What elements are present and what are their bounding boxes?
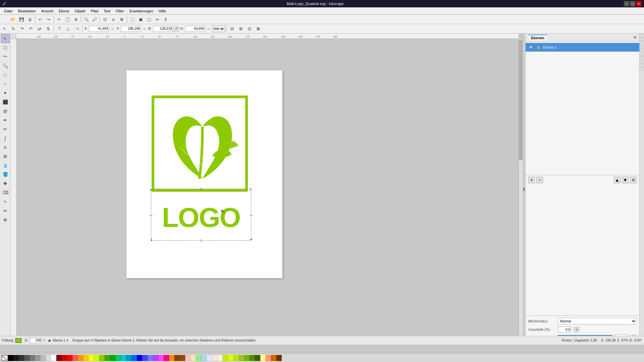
flip-h2-button[interactable]: ⇄ [36,25,44,33]
swatch-cyan2[interactable] [126,355,131,361]
zoom-in-button[interactable]: 🔍 [82,15,90,23]
snap-button-1[interactable]: ⊟ [228,25,236,33]
align-left-button[interactable]: ⬜ [128,15,136,23]
menu-pfad[interactable]: Pfad [88,8,101,14]
spray-tool[interactable]: ✤ [1,179,10,188]
save-button[interactable]: 💾 [17,15,25,23]
add-layer-button[interactable]: + [528,177,535,183]
pen-tool[interactable]: ✒ [1,116,10,124]
measure-tool[interactable]: ⇔ [1,206,10,215]
swatch-red1[interactable] [62,355,67,361]
swatch-olive-green[interactable] [239,355,244,361]
swatch-gray1[interactable] [24,355,30,361]
menu-ebene[interactable]: Ebene [56,8,72,14]
swatch-green2[interactable] [105,355,110,361]
swatch-yellow-green2[interactable] [233,355,239,361]
swatch-forest-green[interactable] [250,355,255,361]
transform-button[interactable]: ↻ [9,25,17,33]
select-all-button[interactable]: ⊡ [101,15,109,23]
swatch-darkgray2[interactable] [19,355,24,361]
snapper-btn-4[interactable]: ⋮ [640,56,644,63]
select-tool[interactable]: ↖ [1,34,10,43]
snapper-btn-2[interactable]: ⋮ [640,42,644,48]
text-tool[interactable]: A [1,143,10,152]
ellipse-tool[interactable]: ○ [1,79,10,88]
x-input[interactable] [89,26,109,32]
spiral-tool[interactable]: @ [1,107,10,115]
swatch-lightgray2[interactable] [46,355,51,361]
y-input[interactable] [121,26,141,32]
swatch-lightgreen[interactable] [196,355,201,361]
flip-h-button[interactable]: ⇔ [153,15,161,23]
swatch-red2[interactable] [67,355,72,361]
menu-ansicht[interactable]: Ansicht [39,8,56,14]
new-button[interactable]: 📄 [1,15,9,23]
swatch-beige[interactable] [217,355,223,361]
paste-button[interactable]: ⧉ [72,15,80,23]
unit-select[interactable]: mm px cm in pt [212,25,225,32]
swatch-blue3[interactable] [142,355,148,361]
swatch-brown3[interactable] [180,355,185,361]
group-button[interactable]: ⧄ [109,15,117,23]
dropper-tool[interactable]: 💧 [1,161,10,170]
swatch-lightgray1[interactable] [40,355,46,361]
lock-aspect-button[interactable]: 🔗 [174,26,179,32]
swatch-brown1[interactable] [169,355,174,361]
menu-filter[interactable]: Filter [113,8,126,14]
swatch-pastel-yellow[interactable] [260,355,266,361]
menu-hilfe[interactable]: Hilfe [156,8,169,14]
layer-menu-button[interactable]: ≡ [630,177,637,183]
eraser-tool[interactable]: ⌫ [1,188,10,197]
swatch-blue1[interactable] [131,355,137,361]
3d-tool[interactable]: ⬛ [1,98,10,106]
swatch-green3[interactable] [110,355,115,361]
align-center-button[interactable]: ▣ [137,15,145,23]
swatch-lightred[interactable] [72,355,78,361]
swatch-yellow[interactable] [89,355,94,361]
fill-color-swatch[interactable] [15,338,21,343]
no-color-swatch[interactable] [1,355,8,361]
cut-button[interactable]: ✂ [55,15,63,23]
align-right-button[interactable]: ▢ [145,15,153,23]
zoom-out-button[interactable]: 🔎 [91,15,99,23]
swatch-neon-green[interactable] [244,355,250,361]
layers-tab[interactable]: Ebenen [528,35,547,41]
unschaerfe-input[interactable] [558,326,571,333]
undo-button[interactable]: ↩ [36,15,44,23]
star-tool[interactable]: ✦ [1,88,10,97]
zoom-tool[interactable]: 🔍 [1,61,10,70]
fill-tool[interactable]: 🪣 [1,170,10,179]
panel-collapse-handle[interactable]: ‖ [523,34,525,345]
swatch-lightblue[interactable] [201,355,207,361]
snapper-btn-3[interactable]: ⋮ [640,49,644,56]
swatch-darkred[interactable] [56,355,62,361]
swatch-yellow-green[interactable] [94,355,99,361]
swatch-gray3[interactable] [35,355,40,361]
snap-button-4[interactable]: ⊠ [254,25,262,33]
swatch-gray2[interactable] [30,355,35,361]
swatch-orange1[interactable] [78,355,83,361]
align-top-button[interactable]: ⊤ [55,25,63,33]
unschaerfe-increase-button[interactable]: + [574,327,579,332]
swatch-rust[interactable] [271,355,276,361]
logo-group[interactable]: LOGO ↘ ↘ ↘ ↘ — — | | [152,96,251,241]
select-tool-button[interactable]: ↖ [1,25,9,33]
menu-text[interactable]: Text [101,8,113,14]
vertical-scrollbar[interactable] [519,39,523,341]
layer-lock-icon[interactable]: 🔒 [536,45,541,50]
maximize-button[interactable]: □ [630,1,635,6]
handle-tr[interactable]: ↘ [248,187,254,193]
align-bot-button[interactable]: ⊣ [73,25,81,33]
gradient-tool[interactable]: ⊞ [1,152,10,161]
close-button[interactable]: ✕ [636,1,641,6]
swatch-mistyrose[interactable] [212,355,217,361]
menu-objekt[interactable]: Objekt [72,8,88,14]
snap-button-2[interactable]: ⊞ [237,25,245,33]
snap-button-3[interactable]: ⊡ [246,25,254,33]
swatch-violet1[interactable] [153,355,158,361]
flip-v-button[interactable]: ⇕ [162,15,170,23]
swatch-magenta2[interactable] [164,355,169,361]
calligraph-tool[interactable]: ∫ [1,134,10,142]
swatch-pink[interactable] [185,355,191,361]
swatch-dark-brown[interactable] [276,355,282,361]
